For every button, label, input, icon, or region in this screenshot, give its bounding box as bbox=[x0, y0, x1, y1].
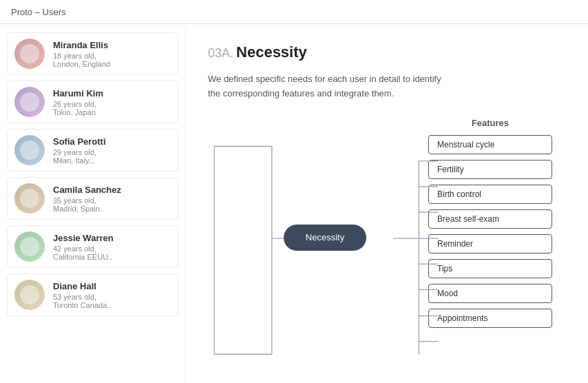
user-info-diane: Diane Hall53 years old, Toronto Canada.. bbox=[53, 281, 111, 309]
feature-tag-fertility: Fertility bbox=[428, 160, 552, 179]
sidebar: Miranda Ellis18 years old, London, Engla… bbox=[0, 24, 186, 383]
avatar-miranda bbox=[14, 39, 45, 69]
user-card-sofia[interactable]: Sofia Perotti29 years old, Milan, Italy.… bbox=[7, 129, 178, 172]
user-meta-diane: 53 years old, Toronto Canada.. bbox=[53, 293, 111, 309]
main-layout: Miranda Ellis18 years old, London, Engla… bbox=[0, 24, 588, 383]
feature-tag-tips: Tips bbox=[428, 259, 552, 278]
user-name-harumi: Harumi Kim bbox=[53, 88, 103, 99]
user-name-diane: Diane Hall bbox=[53, 281, 111, 291]
feature-tag-breast-self-exam: Breast self-exam bbox=[428, 209, 552, 229]
feature-tag-appointments: Appointments bbox=[428, 309, 552, 328]
feature-tag-mood: Mood bbox=[428, 284, 552, 303]
avatar-diane bbox=[14, 280, 45, 310]
user-card-diane[interactable]: Diane Hall53 years old, Toronto Canada.. bbox=[7, 273, 178, 316]
user-card-miranda[interactable]: Miranda Ellis18 years old, London, Engla… bbox=[7, 32, 178, 75]
user-info-miranda: Miranda Ellis18 years old, London, Engla… bbox=[53, 40, 110, 68]
feature-tag-menstrual-cycle: Menstrual cycle bbox=[428, 135, 552, 154]
content-area: 03A.Necessity We defined specific needs … bbox=[186, 24, 588, 383]
user-name-sofia: Sofia Perotti bbox=[53, 136, 106, 147]
avatar-harumi bbox=[14, 87, 45, 117]
user-meta-harumi: 26 years old, Tokio, Japan bbox=[53, 100, 103, 116]
user-meta-miranda: 18 years old, London, England bbox=[53, 52, 110, 68]
feature-tag-birth-control: Birth control bbox=[428, 185, 552, 204]
section-description: We defined specific needs for each user … bbox=[208, 72, 442, 101]
user-meta-jessie: 42 years old, California EEUU.. bbox=[53, 245, 114, 261]
user-card-harumi[interactable]: Harumi Kim26 years old, Tokio, Japan bbox=[7, 81, 178, 123]
user-info-camila: Camila Sanchez35 years old, Madrid, Spai… bbox=[53, 185, 121, 213]
diagram-container: Necessity Features Menstrual cycleFertil… bbox=[208, 118, 566, 380]
user-info-harumi: Harumi Kim26 years old, Tokio, Japan bbox=[53, 88, 103, 116]
avatar-camila bbox=[14, 183, 45, 214]
features-label: Features bbox=[428, 118, 552, 128]
user-name-jessie: Jessie Warren bbox=[53, 233, 114, 243]
user-meta-sofia: 29 years old, Milan, Italy... bbox=[53, 148, 106, 165]
user-name-camila: Camila Sanchez bbox=[53, 185, 121, 195]
section-prefix: 03A. bbox=[208, 46, 233, 60]
section-title: Necessity bbox=[236, 43, 307, 61]
top-bar: Proto – Users bbox=[0, 0, 588, 24]
user-card-jessie[interactable]: Jessie Warren42 years old, California EE… bbox=[7, 225, 178, 268]
central-node-label: Necessity bbox=[306, 232, 344, 242]
feature-tag-reminder: Reminder bbox=[428, 234, 552, 253]
features-column: Features Menstrual cycleFertilityBirth c… bbox=[428, 118, 552, 333]
avatar-sofia bbox=[14, 135, 45, 165]
user-name-miranda: Miranda Ellis bbox=[53, 40, 110, 50]
central-node: Necessity bbox=[284, 225, 366, 251]
avatar-jessie bbox=[14, 231, 45, 262]
user-meta-camila: 35 years old, Madrid, Spain.. bbox=[53, 196, 121, 213]
user-info-jessie: Jessie Warren42 years old, California EE… bbox=[53, 233, 114, 261]
user-info-sofia: Sofia Perotti29 years old, Milan, Italy.… bbox=[53, 136, 106, 165]
top-bar-title: Proto – Users bbox=[11, 7, 65, 17]
section-heading: 03A.Necessity bbox=[208, 43, 566, 61]
user-card-camila[interactable]: Camila Sanchez35 years old, Madrid, Spai… bbox=[7, 177, 178, 220]
